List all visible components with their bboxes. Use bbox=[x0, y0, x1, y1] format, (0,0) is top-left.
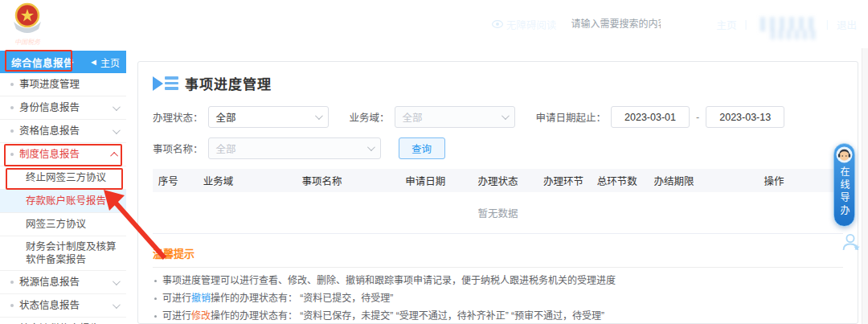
sidebar-item-10[interactable]: 特定涉税信息报告 bbox=[0, 318, 126, 324]
table-column-header-4: 办理状态 bbox=[460, 173, 535, 188]
table-empty-state: 暂无数据 bbox=[153, 192, 843, 234]
header-actions: 无障碍阅读 搜索 主页 | | 退出 bbox=[492, 14, 857, 35]
top-header: 中国税务 国家税务总局北京市电子税务局 无障碍阅读 搜索 主页 | | 退出 bbox=[0, 0, 868, 48]
item-name-select[interactable]: 全部 bbox=[208, 137, 381, 159]
table-header-row: 序号业务域事项名称申请日期办理状态办理环节总环节数办结期限操作 bbox=[153, 169, 843, 192]
filters: 办理状态： 全部 业务域： 全部 申请日期起止： 202 bbox=[153, 106, 843, 159]
divider bbox=[153, 267, 843, 268]
back-arrow-icon: ◄ bbox=[89, 58, 98, 67]
tip-text: 可进行 bbox=[162, 310, 191, 322]
bullet-icon bbox=[154, 315, 157, 318]
site-title: 国家税务总局北京市电子税务局 bbox=[53, 14, 306, 38]
sidebar-item-9[interactable]: 状态信息报告 bbox=[0, 294, 126, 318]
tips-section: 温馨提示 事项进度管理可以进行查看、修改、删除、撤销和跟踪事项申请记录，便于纳税… bbox=[153, 245, 843, 324]
sidebar-item-label: 资格信息报告 bbox=[19, 125, 108, 137]
sidebar-item-label: 网签三方协议 bbox=[26, 218, 118, 231]
separator: | bbox=[826, 18, 829, 30]
bullet-icon bbox=[10, 153, 14, 156]
sidebar: 综合信息报告 ◄ 主页 事项进度管理身份信息报告资格信息报告制度信息报告终止网签… bbox=[0, 48, 126, 324]
tip-text: 事项进度管理可以进行查看、修改、删除、撤销和跟踪事项申请记录，便于纳税人跟进税务… bbox=[162, 275, 616, 286]
accessibility-link[interactable]: 无障碍阅读 bbox=[492, 17, 557, 32]
table-column-header-6: 总环节数 bbox=[591, 173, 642, 188]
bullet-icon bbox=[10, 129, 14, 133]
sidebar-item-6[interactable]: 网签三方协议 bbox=[0, 213, 126, 236]
separator: | bbox=[744, 18, 747, 30]
bullet-icon bbox=[154, 297, 157, 300]
table-column-header-2: 事项名称 bbox=[253, 173, 391, 188]
scrollbar-track[interactable] bbox=[862, 48, 868, 324]
sidebar-item-4[interactable]: 终止网签三方协议 bbox=[0, 166, 126, 190]
item-name-label: 事项名称： bbox=[153, 141, 203, 156]
bullet-icon bbox=[10, 304, 14, 307]
sidebar-menu: 事项进度管理身份信息报告资格信息报告制度信息报告终止网签三方协议存款账户账号报告… bbox=[0, 73, 126, 324]
status-select[interactable]: 全部 bbox=[208, 106, 329, 128]
status-value: 全部 bbox=[216, 109, 236, 125]
table-column-header-3: 申请日期 bbox=[391, 173, 460, 188]
sidebar-item-5[interactable]: 存款账户账号报告 bbox=[0, 190, 126, 213]
chevron-down-icon bbox=[113, 103, 121, 111]
body: 综合信息报告 ◄ 主页 事项进度管理身份信息报告资格信息报告制度信息报告终止网签… bbox=[0, 48, 868, 324]
sidebar-item-0[interactable]: 事项进度管理 bbox=[0, 73, 126, 96]
query-button[interactable]: 查询 bbox=[399, 137, 445, 159]
sidebar-home-link[interactable]: ◄ 主页 bbox=[89, 55, 120, 69]
chevron-down-icon bbox=[501, 112, 509, 120]
search-input[interactable] bbox=[564, 14, 667, 35]
status-label: 办理状态： bbox=[153, 109, 203, 125]
chevron-down-icon bbox=[113, 301, 121, 309]
accessibility-label: 无障碍阅读 bbox=[506, 17, 557, 32]
chevron-down-icon bbox=[113, 126, 121, 134]
domain-value: 全部 bbox=[403, 109, 423, 125]
sidebar-item-label: 财务会计制度及核算软件备案报告 bbox=[26, 240, 118, 266]
sidebar-header: 综合信息报告 ◄ 主页 bbox=[0, 51, 126, 73]
filter-row-2: 事项名称： 全部 查询 bbox=[153, 137, 843, 159]
home-link[interactable]: 主页 bbox=[716, 17, 736, 32]
sidebar-home-label: 主页 bbox=[100, 55, 120, 69]
online-guide-widget[interactable]: 在线导办 bbox=[833, 143, 855, 227]
date-range-label: 申请日期起止： bbox=[536, 109, 607, 125]
brand: 中国税务 国家税务总局北京市电子税务局 bbox=[10, 2, 306, 46]
screen: 中国税务 国家税务总局北京市电子税务局 无障碍阅读 搜索 主页 | | 退出 bbox=[0, 0, 868, 324]
sidebar-item-8[interactable]: 税源信息报告 bbox=[0, 271, 126, 294]
table-column-header-0: 序号 bbox=[153, 173, 184, 188]
main-card: 事项进度管理 办理状态： 全部 业务域： 全部 bbox=[137, 61, 858, 324]
tip-text: 操作的办理状态有： “资料已保存，未提交” “受理不通过，待补齐补正” “预审不… bbox=[211, 310, 604, 322]
date-separator: - bbox=[696, 112, 699, 123]
page-title-row: 事项进度管理 bbox=[153, 73, 843, 93]
chevron-down-icon bbox=[314, 112, 322, 120]
sidebar-item-label: 终止网签三方协议 bbox=[26, 171, 118, 184]
sidebar-item-3[interactable]: 制度信息报告 bbox=[0, 143, 126, 166]
tips-title: 温馨提示 bbox=[153, 245, 843, 260]
chevron-up-icon bbox=[110, 151, 118, 159]
chevron-down-icon bbox=[366, 143, 375, 151]
date-from-input[interactable]: 2023-03-01 bbox=[611, 106, 690, 128]
domain-select[interactable]: 全部 bbox=[395, 106, 515, 128]
sidebar-item-label: 税源信息报告 bbox=[19, 276, 108, 289]
date-to-input[interactable]: 2023-03-13 bbox=[706, 106, 784, 128]
eye-icon bbox=[492, 20, 503, 28]
bullet-icon bbox=[10, 83, 14, 86]
tip-text: 操作的办理状态有： “资料已提交，待受理” bbox=[211, 293, 393, 304]
tip-item-0: 事项进度管理可以进行查看、修改、删除、撤销和跟踪事项申请记录，便于纳税人跟进税务… bbox=[153, 275, 843, 287]
person-star-icon[interactable] bbox=[841, 232, 862, 252]
tip-keyword: 撤销 bbox=[191, 293, 211, 304]
main-area: 事项进度管理 办理状态： 全部 业务域： 全部 bbox=[126, 48, 868, 324]
national-emblem-icon bbox=[10, 2, 44, 36]
chevron-down-icon bbox=[113, 277, 121, 285]
sidebar-item-7[interactable]: 财务会计制度及核算软件备案报告 bbox=[0, 236, 126, 271]
username-blurred bbox=[755, 17, 818, 31]
search-button[interactable]: 搜索 bbox=[667, 14, 708, 35]
bullet-icon bbox=[10, 281, 14, 284]
tip-keyword: 修改 bbox=[191, 310, 211, 322]
tip-item-1: 可进行撤销操作的办理状态有： “资料已提交，待受理” bbox=[153, 293, 843, 305]
item-name-value: 全部 bbox=[216, 141, 236, 156]
logout-link[interactable]: 退出 bbox=[837, 17, 857, 32]
sidebar-item-2[interactable]: 资格信息报告 bbox=[0, 120, 126, 143]
sidebar-item-label: 存款账户账号报告 bbox=[26, 195, 118, 207]
tips-list: 事项进度管理可以进行查看、修改、删除、撤销和跟踪事项申请记录，便于纳税人跟进税务… bbox=[153, 275, 843, 324]
sidebar-category-title: 综合信息报告 bbox=[11, 55, 74, 70]
online-guide-label: 在线导办 bbox=[837, 166, 851, 218]
bullet-icon bbox=[10, 106, 14, 109]
table-column-header-8: 操作 bbox=[705, 173, 843, 188]
bullet-icon bbox=[154, 280, 157, 282]
sidebar-item-1[interactable]: 身份信息报告 bbox=[0, 96, 126, 120]
